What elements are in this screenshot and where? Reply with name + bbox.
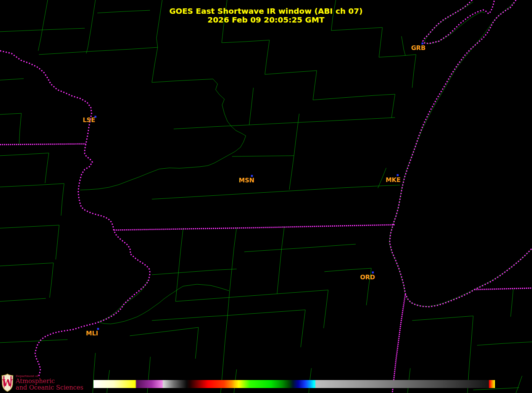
city-label-LSE: LSE [83,116,95,124]
city-label-MSN: MSN [239,177,255,184]
county-boundary-line [0,263,53,266]
county-boundary-line [152,316,226,321]
county-boundary-line [80,79,246,190]
county-boundary-line [98,280,183,324]
county-boundary-line [195,327,198,359]
county-boundary-line [38,0,48,51]
county-boundary-line [183,284,229,291]
county-boundary-line [324,268,371,272]
satellite-map-canvas: GRBLSEMSNMKEORDMLI [0,0,532,393]
city-label-MLI: MLI [86,330,98,337]
county-boundary-line [331,27,382,31]
county-boundary-line [130,327,198,336]
county-boundary-line [244,244,356,252]
county-boundary-line [176,297,237,301]
logo-name-line-1: Atmospheric [16,378,83,384]
border-dotted-il-east-border [392,295,405,393]
county-boundary-line [313,94,395,100]
county-boundary-line [389,2,532,306]
county-boundary-line [477,342,532,345]
county-boundary-line [412,55,416,88]
county-boundary-line [39,47,158,55]
county-boundary-line [0,340,68,343]
county-boundary-line [379,55,416,57]
border-dotted-wi-il-border [114,225,395,230]
crest-letter: W [2,377,13,388]
county-boundary-line [152,47,158,82]
county-boundary-line [226,310,305,316]
county-boundary-line [45,153,49,183]
county-boundary-line [222,0,227,43]
county-boundary-line [301,310,305,347]
border-dotted-mn-ia-border [0,144,86,145]
uw-aos-logo: W Department of Atmospheric and Oceanic … [2,373,83,392]
temperature-colorbar [94,380,495,388]
county-boundary-line [0,79,24,80]
county-boundary-line [511,289,513,317]
city-label-GRB: GRB [411,44,426,52]
goes-satellite-viewer: GRBLSEMSNMKEORDMLI GOES East Shortwave I… [0,0,532,393]
uw-crest-icon: W [2,374,13,392]
border-dotted-mississippi-river [0,51,150,377]
county-boundary-line [50,263,53,298]
county-boundary-line [265,40,269,74]
county-boundary-line [61,184,64,216]
county-boundary-line [424,2,485,44]
county-boundary-line [331,0,336,31]
county-boundary-line [401,36,405,55]
county-boundary-line [412,316,473,321]
county-boundary-line [152,269,237,275]
county-boundary-line [152,79,213,82]
county-boundary-line [86,0,95,53]
county-boundary-line [222,40,269,43]
county-boundary-line [392,94,395,118]
county-boundary-line [516,376,522,393]
county-boundary-line [237,290,328,297]
county-boundary-line [0,153,49,156]
uw-aos-logo-text: Department of Atmospheric and Oceanic Sc… [16,375,83,391]
county-boundary-line [19,113,21,145]
county-boundary-line [221,227,237,393]
county-boundary-line [0,113,21,114]
county-boundary-line [174,118,395,129]
county-boundary-line [56,225,59,259]
county-boundary-line [324,290,328,328]
border-dotted-il-in-border [474,288,532,290]
county-boundary-line [97,10,150,13]
county-boundary-line [0,184,64,187]
county-boundary-line [379,27,382,57]
county-boundary-line [249,88,253,125]
county-boundary-line [378,168,386,188]
county-boundary-line [277,227,284,294]
county-boundary-line [152,185,400,199]
city-label-ORD: ORD [360,274,375,281]
county-boundary-line [265,71,317,74]
county-boundary-line [232,156,294,156]
county-boundary-line [156,0,162,47]
city-label-MKE: MKE [385,176,400,184]
county-boundary-line [313,71,317,100]
county-boundary-line [0,225,59,228]
county-boundary-line [289,114,299,190]
county-boundary-line [0,298,46,301]
logo-name-line-2: and Oceanic Sciences [16,385,83,391]
